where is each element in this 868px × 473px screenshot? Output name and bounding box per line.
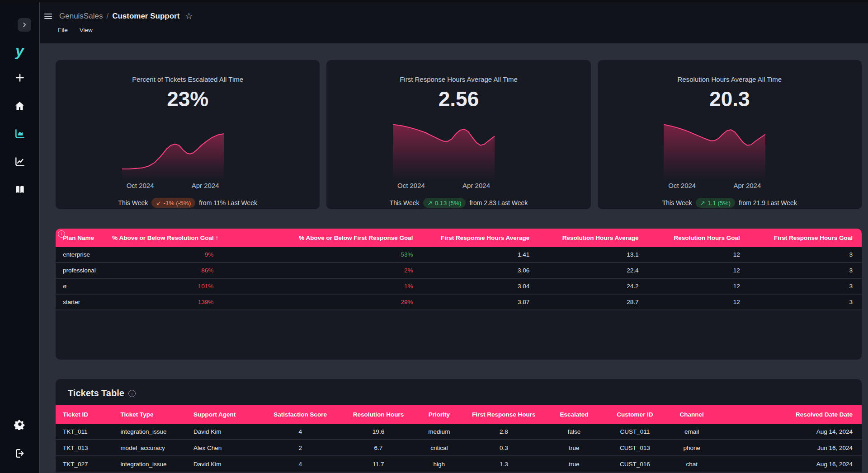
- kpi-x-axis: Oct 2024 Apr 2024: [664, 182, 765, 190]
- table-cell: Alex Chen: [186, 440, 259, 456]
- sidebar-item-docs[interactable]: [11, 181, 29, 199]
- table-cell: chat: [666, 456, 717, 473]
- table-cell: -53%: [221, 247, 420, 263]
- table-cell: 9%: [112, 247, 221, 263]
- table-row[interactable]: TKT_027integration_issueDavid Kim411.7hi…: [56, 456, 862, 473]
- table-cell: David Kim: [186, 456, 259, 473]
- table-row[interactable]: starter139%29%3.8728.7123: [56, 295, 862, 310]
- column-header[interactable]: Priority: [415, 405, 462, 424]
- column-header[interactable]: Ticket ID: [56, 405, 113, 424]
- plan-metrics-panel: i Plan Name% Above or Below Resolution G…: [56, 229, 862, 360]
- table-cell: 101%: [112, 279, 221, 295]
- column-header[interactable]: Resolution Hours Goal: [646, 229, 747, 247]
- table-cell: 28.7: [537, 295, 646, 310]
- kpi-value: 23%: [167, 87, 208, 111]
- sidebar-item-settings[interactable]: [11, 415, 29, 433]
- table-cell: email: [666, 424, 717, 440]
- sidebar-item-home[interactable]: [11, 97, 29, 115]
- info-icon[interactable]: i: [58, 230, 65, 238]
- menu-file[interactable]: File: [58, 27, 68, 33]
- table-cell: professional: [56, 263, 112, 279]
- column-header[interactable]: Channel: [666, 405, 717, 424]
- sparkline-chart: [393, 123, 495, 181]
- column-header[interactable]: Escalated: [545, 405, 604, 424]
- column-header[interactable]: % Above or Below Resolution Goal ↑: [112, 229, 221, 247]
- page-header: GenuisSales / Customer Support ☆ File Vi…: [40, 0, 868, 43]
- table-header: Ticket IDTicket TypeSupport AgentSatisfa…: [56, 405, 862, 424]
- column-header[interactable]: Ticket Type: [113, 405, 186, 424]
- table-cell: integration_issue: [113, 456, 186, 473]
- table-row[interactable]: ø101%1%3.0424.2123: [56, 279, 862, 295]
- sparkline-chart: [664, 123, 765, 181]
- favorite-star-icon[interactable]: ☆: [185, 12, 193, 21]
- kpi-delta: This Week ↗ 1.1 (5%) from 21.9 Last Week: [662, 198, 797, 208]
- table-cell: medium: [415, 424, 462, 440]
- column-header[interactable]: Resolution Hours: [341, 405, 415, 424]
- delta-badge: ↗ 1.1 (5%): [696, 198, 735, 208]
- kpi-title: Percent of Tickets Escalated All Time: [132, 75, 243, 84]
- gear-icon: [14, 418, 26, 430]
- table-cell: false: [545, 424, 604, 440]
- table-cell: David Kim: [186, 424, 259, 440]
- content-area: GenuisSales / Customer Support ☆ File Vi…: [39, 0, 868, 473]
- column-header[interactable]: Satisfaction Score: [259, 405, 341, 424]
- table-cell: 13.1: [537, 247, 646, 263]
- kpi-card-escalated: Percent of Tickets Escalated All Time 23…: [56, 60, 320, 209]
- menu-view[interactable]: View: [80, 27, 93, 33]
- kpi-x-axis: Oct 2024 Apr 2024: [122, 182, 224, 190]
- sidebar-item-analytics[interactable]: [11, 153, 29, 171]
- table-cell: 12: [646, 263, 747, 279]
- sidebar-expand-button[interactable]: [18, 18, 31, 32]
- trend-down-icon: ↙: [156, 199, 161, 206]
- table-row[interactable]: enterprise9%-53%1.4113.1123: [56, 247, 862, 263]
- column-header[interactable]: % Above or Below First Response Goal: [221, 229, 420, 247]
- table-cell: TKT_013: [56, 440, 113, 456]
- table-row[interactable]: TKT_013model_accuracyAlex Chen26.7critic…: [56, 440, 862, 456]
- table-cell: 3: [747, 247, 862, 263]
- sidebar-item-logout[interactable]: [11, 444, 29, 462]
- column-header[interactable]: First Response Hours: [463, 405, 545, 424]
- trend-up-icon: ↗: [428, 199, 433, 206]
- breadcrumb-parent[interactable]: GenuisSales: [59, 12, 103, 21]
- column-header[interactable]: First Response Hours Goal: [747, 229, 862, 247]
- delta-value: 1.1 (5%): [708, 200, 731, 206]
- axis-label: Apr 2024: [462, 182, 490, 190]
- table-cell: 3: [747, 263, 862, 279]
- column-header[interactable]: Customer ID: [604, 405, 666, 424]
- table-cell: 3.87: [420, 295, 537, 310]
- axis-label: Oct 2024: [127, 182, 154, 190]
- table-row[interactable]: TKT_011integration_issueDavid Kim419.6me…: [56, 424, 862, 440]
- table-cell: TKT_011: [56, 424, 113, 440]
- breadcrumb: GenuisSales / Customer Support ☆: [43, 9, 868, 23]
- column-header[interactable]: Support Agent: [186, 405, 259, 424]
- axis-label: Apr 2024: [192, 182, 219, 190]
- table-header: Plan Name% Above or Below Resolution Goa…: [56, 229, 862, 247]
- sidebar-item-dashboards[interactable]: [11, 125, 29, 143]
- table-cell: model_accuracy: [113, 440, 186, 456]
- column-header[interactable]: Resolution Hours Average: [537, 229, 646, 247]
- delta-suffix: from 11% Last Week: [199, 199, 257, 206]
- delta-badge: ↗ 0.13 (5%): [423, 198, 466, 208]
- panel-title-row: Tickets Table i: [56, 379, 862, 405]
- table-cell: 2.8: [463, 424, 545, 440]
- chevron-right-icon: [21, 22, 28, 28]
- table-cell: 1.3: [463, 456, 545, 473]
- table-cell: 2: [259, 440, 341, 456]
- table-cell: TKT_027: [56, 456, 113, 473]
- kpi-title: First Response Hours Average All Time: [400, 75, 518, 84]
- info-icon[interactable]: i: [128, 390, 136, 397]
- column-header[interactable]: First Response Hours Average: [420, 229, 537, 247]
- table-row[interactable]: professional86%2%3.0622.4123: [56, 263, 862, 279]
- kpi-delta: This Week ↗ 0.13 (5%) from 2.83 Last Wee…: [390, 198, 528, 208]
- axis-label: Oct 2024: [668, 182, 696, 190]
- hamburger-menu-icon[interactable]: [44, 14, 52, 19]
- sidebar-item-new[interactable]: [11, 69, 29, 87]
- kpi-title: Resolution Hours Average All Time: [677, 75, 782, 84]
- table-cell: critical: [415, 440, 462, 456]
- dashboard-main: Percent of Tickets Escalated All Time 23…: [40, 43, 868, 473]
- column-header[interactable]: Resolved Date Date: [717, 405, 862, 424]
- app-logo-y[interactable]: y: [15, 42, 24, 59]
- plus-icon: [14, 72, 25, 83]
- table-cell: 3.06: [420, 263, 537, 279]
- tickets-table: Ticket IDTicket TypeSupport AgentSatisfa…: [56, 405, 862, 473]
